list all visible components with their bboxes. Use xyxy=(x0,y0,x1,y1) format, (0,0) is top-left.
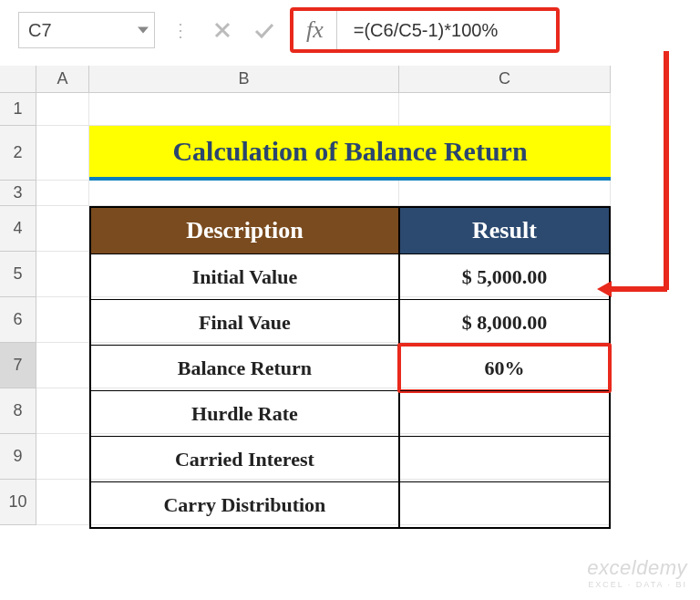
table-row: Balance Return 60% xyxy=(91,345,609,390)
row-header[interactable]: 7 xyxy=(0,343,36,388)
cell-result[interactable] xyxy=(400,436,609,481)
cell[interactable] xyxy=(36,206,89,252)
check-icon xyxy=(253,21,275,39)
enter-button[interactable] xyxy=(248,14,281,47)
col-header-b[interactable]: B xyxy=(89,66,399,93)
formula-input-wrap: fx =(C6/C5-1)*100% xyxy=(290,7,560,53)
cell[interactable] xyxy=(36,93,89,126)
cell[interactable] xyxy=(89,181,399,206)
cell[interactable] xyxy=(36,480,89,525)
col-header-c[interactable]: C xyxy=(399,66,611,93)
separator-icon: ⋮ xyxy=(164,19,197,41)
spreadsheet-grid[interactable]: A B C 1 2 3 4 5 6 7 8 9 10 Calculation o… xyxy=(0,66,700,600)
header-description[interactable]: Description xyxy=(91,208,400,253)
chevron-down-icon[interactable] xyxy=(138,27,149,34)
fx-icon[interactable]: fx xyxy=(293,11,337,49)
cell[interactable] xyxy=(89,93,399,126)
row-header[interactable]: 3 xyxy=(0,181,36,206)
cell-desc[interactable]: Initial Value xyxy=(91,253,400,299)
col-header-a[interactable]: A xyxy=(36,66,89,93)
cell-result[interactable]: $ 5,000.00 xyxy=(400,253,609,299)
select-all-corner[interactable] xyxy=(0,66,36,93)
table-header-row: Description Result xyxy=(91,208,609,253)
formula-bar: C7 ⋮ fx =(C6/C5-1)*100% xyxy=(0,0,700,60)
cell-result[interactable]: $ 8,000.00 xyxy=(400,299,609,345)
cell-desc[interactable]: Final Vaue xyxy=(91,299,400,345)
cell[interactable] xyxy=(36,343,89,388)
table-row: Carried Interest xyxy=(91,436,609,481)
row-header[interactable]: 8 xyxy=(0,388,36,434)
name-box[interactable]: C7 xyxy=(18,12,155,48)
row-header[interactable]: 1 xyxy=(0,93,36,126)
watermark: exceldemy EXCEL · DATA · BI xyxy=(587,556,687,589)
column-headers: A B C xyxy=(0,66,700,93)
table-row: Final Vaue $ 8,000.00 xyxy=(91,299,609,345)
callout-arrow-icon xyxy=(664,51,669,290)
name-box-value: C7 xyxy=(28,20,52,41)
row-header[interactable]: 4 xyxy=(0,206,36,252)
data-table: Description Result Initial Value $ 5,000… xyxy=(89,206,611,529)
row-header[interactable]: 2 xyxy=(0,126,36,181)
cell-desc[interactable]: Carry Distribution xyxy=(91,481,400,527)
cell-result[interactable] xyxy=(400,481,609,527)
row-header[interactable]: 10 xyxy=(0,480,36,525)
x-icon xyxy=(213,21,232,39)
table-row: Hurdle Rate xyxy=(91,390,609,436)
cell-desc[interactable]: Carried Interest xyxy=(91,436,400,481)
row-header[interactable]: 5 xyxy=(0,252,36,297)
cancel-button[interactable] xyxy=(206,14,239,47)
cell[interactable] xyxy=(36,434,89,480)
callout-arrow-icon xyxy=(611,286,667,292)
page-title[interactable]: Calculation of Balance Return xyxy=(89,126,611,181)
cell[interactable] xyxy=(36,252,89,297)
row-header[interactable]: 6 xyxy=(0,297,36,343)
watermark-line2: EXCEL · DATA · BI xyxy=(587,580,687,589)
callout-arrowhead-icon xyxy=(597,281,612,297)
cell[interactable] xyxy=(399,181,611,206)
cell[interactable] xyxy=(36,388,89,434)
row-header[interactable]: 9 xyxy=(0,434,36,480)
cell-desc[interactable]: Balance Return xyxy=(91,345,400,390)
cell[interactable] xyxy=(36,181,89,206)
header-result[interactable]: Result xyxy=(400,208,609,253)
table-row: Initial Value $ 5,000.00 xyxy=(91,253,609,299)
cell-result[interactable] xyxy=(400,390,609,436)
table-row: Carry Distribution xyxy=(91,481,609,527)
cell-desc[interactable]: Hurdle Rate xyxy=(91,390,400,436)
cell[interactable] xyxy=(36,297,89,343)
watermark-line1: exceldemy xyxy=(587,556,687,580)
cell[interactable] xyxy=(36,126,89,181)
cell-result-selected[interactable]: 60% xyxy=(400,345,609,390)
formula-input[interactable]: =(C6/C5-1)*100% xyxy=(337,11,556,49)
cell[interactable] xyxy=(399,93,611,126)
